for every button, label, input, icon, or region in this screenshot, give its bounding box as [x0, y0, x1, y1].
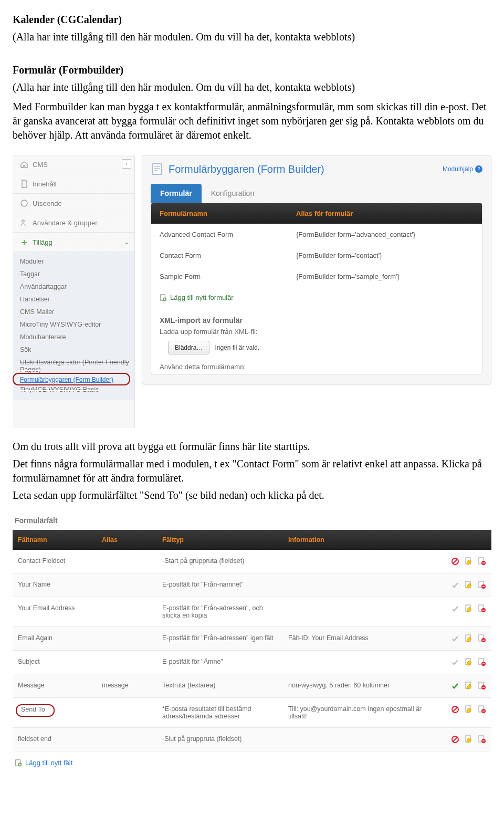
cms-sidebar: ‹ CMS Innehåll Utseende Användare & grup… [13, 155, 135, 428]
field-row[interactable]: Your Email Address E-postfält för "Från-… [13, 597, 491, 627]
sidebar-item-sok[interactable]: Sök [13, 343, 134, 356]
forbidden-icon[interactable] [451, 705, 459, 714]
field-type: -Slut på gruppruta (fieldset) [157, 728, 283, 751]
add-field-link[interactable]: Lägg till nytt fält [13, 751, 491, 774]
section1-heading: Kalender (CGCalendar) [13, 14, 122, 25]
sidebar-item-taggar[interactable]: Taggar [13, 268, 134, 280]
edit-icon[interactable] [465, 581, 473, 589]
check-icon[interactable] [451, 581, 459, 589]
form-name: Sample Form [160, 273, 296, 280]
delete-icon[interactable] [478, 604, 486, 613]
forms-table: Formulärnamn Alias för formulär Advanced… [151, 203, 482, 374]
field-type: E-postfält för "Från-adressen", och skic… [157, 597, 283, 627]
edit-icon[interactable] [465, 604, 473, 613]
field-row[interactable]: Message message Textruta (textarea) non-… [13, 674, 491, 698]
forbidden-icon[interactable] [451, 735, 459, 744]
th-alias: Alias för formulär [296, 210, 353, 217]
page-icon [20, 180, 28, 188]
edit-icon[interactable] [465, 634, 473, 643]
row-actions [434, 627, 491, 651]
edit-icon[interactable] [465, 658, 473, 666]
tab-konfiguration[interactable]: Konfiguration [202, 184, 264, 203]
add-form-link[interactable]: Lägg till nytt formulär [151, 287, 482, 308]
sidebar-item-label: Formulärbyggaren (Form Builder) [20, 376, 113, 383]
svg-line-9 [453, 559, 457, 563]
svg-line-29 [453, 707, 457, 712]
sidebar-section-innehall[interactable]: Innehåll [13, 174, 134, 194]
check-green-icon[interactable] [451, 682, 459, 690]
field-alias [97, 651, 157, 674]
chevron-down-icon: ⌄ [124, 238, 129, 246]
form-alias: {FormBuilder form='contact'} [296, 252, 382, 259]
delete-icon[interactable] [478, 557, 486, 566]
palette-icon [20, 199, 28, 207]
add-field-label: Lägg till nytt fält [25, 759, 72, 767]
module-help-link[interactable]: Modulhjälp ? [443, 165, 482, 173]
row-actions [434, 573, 491, 597]
sidebar-section-utseende[interactable]: Utseende [13, 194, 134, 213]
delete-icon[interactable] [478, 682, 486, 690]
th-info: Information [283, 530, 434, 550]
delete-icon[interactable] [478, 658, 486, 666]
field-alias: message [97, 674, 157, 698]
form-icon [151, 163, 163, 175]
formfields-heading: Formulärfält [13, 514, 491, 530]
delete-icon[interactable] [478, 735, 486, 744]
section2-sub: (Alla har inte tillgång till den här mod… [13, 80, 491, 95]
form-row[interactable]: Advanced Contact Form {FormBuilder form=… [151, 224, 482, 245]
edit-icon[interactable] [465, 705, 473, 714]
field-row[interactable]: Email Again E-postfält för "Från-adresse… [13, 627, 491, 651]
th-alias: Alias [97, 530, 157, 550]
check-icon[interactable] [451, 634, 459, 643]
sidebar-item-moduler[interactable]: Moduler [13, 255, 134, 268]
field-info [283, 651, 434, 674]
delete-icon[interactable] [478, 705, 486, 714]
sidebar-item-modulhanterare[interactable]: Modulhanterare [13, 331, 134, 343]
edit-icon[interactable] [465, 557, 473, 566]
field-row[interactable]: Subject E-postfält för "Ämne" [13, 651, 491, 674]
formbuilder-panel: Formulärbyggaren (Form Builder) Modulhjä… [142, 155, 491, 384]
sidebar-collapse-button[interactable]: ‹ [122, 159, 131, 169]
starttips-p1: Om du trots allt vill prova att bygga et… [13, 440, 491, 454]
edit-icon[interactable] [465, 735, 473, 744]
section1-sub: (Alla har inte tillgång till den här mod… [13, 30, 491, 44]
field-alias [97, 550, 157, 573]
edit-icon[interactable] [465, 682, 473, 690]
sidebar-section-tillagg[interactable]: Tillägg ⌄ [13, 233, 134, 252]
field-info: Till: you@yourdomain.com Ingen epostmall… [283, 698, 434, 728]
form-row[interactable]: Contact Form {FormBuilder form='contact'… [151, 245, 482, 266]
field-row-sendto[interactable]: Send To *E-posta resultatet till bestämd… [13, 698, 491, 728]
check-icon[interactable] [451, 658, 459, 666]
row-actions [434, 550, 491, 573]
sidebar-item-microtiny[interactable]: MicroTiny WYSIWYG-editor [13, 318, 134, 331]
plus-page-icon [160, 294, 167, 301]
delete-icon[interactable] [478, 634, 486, 643]
field-name: Your Name [13, 573, 97, 597]
forbidden-icon[interactable] [451, 557, 459, 566]
field-info [283, 728, 434, 751]
th-fieldtype: Fälttyp [157, 530, 283, 550]
field-row[interactable]: Contact Fieldset -Start på gruppruta (fi… [13, 550, 491, 573]
sidebar-item-anvandartaggar[interactable]: Användartaggar [13, 280, 134, 293]
check-icon[interactable] [451, 604, 459, 613]
use-formname-label: Använd detta formulärnamn: [151, 357, 482, 374]
form-row[interactable]: Sample Form {FormBuilder form='sample_fo… [151, 266, 482, 287]
section2-para: Med Formbuilder kan man bygga t ex konta… [13, 100, 491, 142]
file-status: Ingen fil är vald. [215, 344, 259, 351]
browse-button[interactable]: Bläddra… [168, 341, 209, 354]
delete-icon[interactable] [478, 581, 486, 589]
chevron-left-icon: ‹ [125, 161, 128, 167]
sidebar-item-handelser[interactable]: Händelser [13, 293, 134, 306]
sidebar-item-formbuilder[interactable]: Formulärbyggaren (Form Builder) [13, 373, 119, 386]
plugin-icon [20, 238, 28, 246]
tab-formular[interactable]: Formulär [151, 184, 202, 203]
field-row[interactable]: fieldset end -Slut på gruppruta (fieldse… [13, 728, 491, 751]
sidebar-section-label: Innehåll [33, 180, 57, 188]
field-row[interactable]: Your Name E-postfält för "Från-namnet" [13, 573, 491, 597]
sidebar-item-cmsmailer[interactable]: CMS Mailer [13, 306, 134, 318]
field-type: *E-posta resultatet till bestämd adress/… [157, 698, 283, 728]
home-icon [20, 160, 28, 169]
sidebar-section-users[interactable]: Användare & grupper [13, 213, 134, 233]
xml-import-heading: XML-import av formulär [151, 308, 482, 328]
sidebar-section-cms[interactable]: CMS [13, 155, 134, 174]
